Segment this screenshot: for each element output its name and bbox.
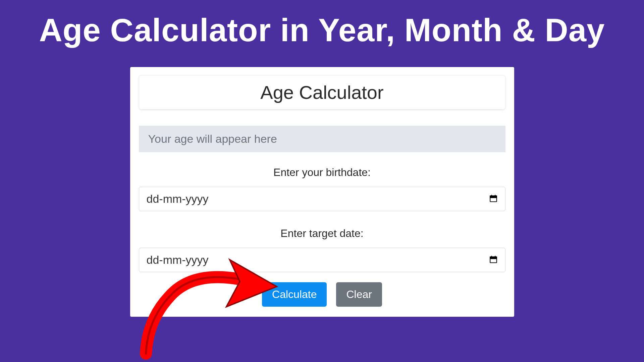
birthdate-placeholder: dd-mm-yyyy — [147, 192, 209, 205]
target-date-placeholder: dd-mm-yyyy — [147, 253, 209, 266]
calculate-button[interactable]: Calculate — [262, 282, 327, 307]
page-title: Age Calculator in Year, Month & Day — [0, 0, 644, 49]
target-date-input[interactable]: dd-mm-yyyy — [139, 248, 505, 272]
result-placeholder-text: Your age will appear here — [148, 132, 277, 145]
target-date-label: Enter target date: — [139, 227, 505, 240]
clear-button[interactable]: Clear — [336, 282, 382, 307]
birthdate-input[interactable]: dd-mm-yyyy — [139, 187, 505, 211]
calendar-icon[interactable] — [489, 255, 498, 265]
card-header-title: Age Calculator — [260, 82, 383, 103]
button-row: Calculate Clear — [139, 282, 505, 307]
card-header: Age Calculator — [139, 75, 505, 110]
svg-rect-1 — [490, 196, 497, 197]
calculator-card: Age Calculator Your age will appear here… — [130, 67, 514, 317]
calendar-icon[interactable] — [489, 194, 498, 204]
svg-rect-5 — [490, 257, 497, 258]
birthdate-label: Enter your birthdate: — [139, 166, 505, 179]
result-display: Your age will appear here — [139, 126, 505, 152]
